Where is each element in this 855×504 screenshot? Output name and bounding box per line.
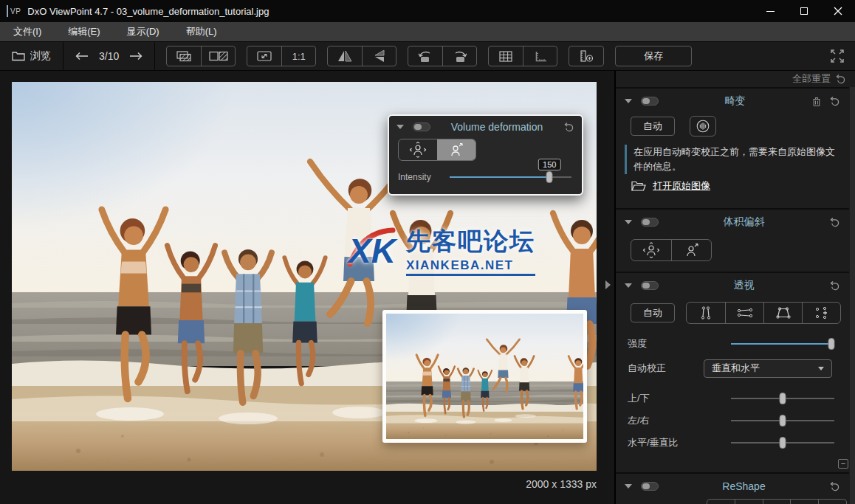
- deformation-spherical-button[interactable]: [399, 139, 437, 160]
- chevron-down-icon[interactable]: [625, 283, 632, 288]
- reshape-toggle[interactable]: [641, 482, 659, 491]
- minimize-button[interactable]: [753, 0, 787, 22]
- up-down-slider[interactable]: [731, 393, 834, 404]
- auto-label: 自动: [643, 120, 662, 133]
- rotate-right-button[interactable]: [442, 46, 476, 66]
- volume-toggle[interactable]: [641, 218, 659, 227]
- compare-split-button[interactable]: [201, 46, 235, 66]
- flip-horizontal-icon: [337, 50, 352, 62]
- reset-icon[interactable]: [829, 217, 840, 227]
- reshape-mode-button[interactable]: [790, 500, 818, 504]
- reshape-panel: ReShape: [616, 472, 849, 504]
- deformation-diagonal-button[interactable]: [437, 139, 475, 160]
- app-logo-text: VP: [10, 7, 21, 15]
- compare-overlay-button[interactable]: [167, 46, 201, 66]
- reshape-mode-button[interactable]: [707, 500, 735, 504]
- flip-vertical-button[interactable]: [362, 46, 396, 66]
- menu-help[interactable]: 帮助(L): [186, 25, 217, 38]
- eight-points-button[interactable]: [802, 303, 840, 323]
- force-vertical-parallels-button[interactable]: [687, 303, 725, 323]
- chevron-down-icon[interactable]: [625, 99, 632, 103]
- perspective-title: 透视: [659, 279, 829, 292]
- watermark-logo: XK: [346, 224, 402, 276]
- slider-thumb[interactable]: [780, 437, 786, 449]
- chevron-down-icon[interactable]: [625, 484, 632, 489]
- trash-icon[interactable]: [811, 96, 822, 107]
- open-original-row: 打开原始图像: [616, 179, 849, 193]
- image-position-label: 3/10: [99, 50, 119, 62]
- zoom-group: 1:1: [247, 46, 316, 66]
- left-right-slider[interactable]: [731, 415, 834, 427]
- reset-icon[interactable]: [829, 280, 840, 291]
- open-original-link[interactable]: 打开原始图像: [653, 179, 710, 193]
- volume-deformation-floating-panel: Volume deformation Intensity 150: [388, 114, 583, 196]
- add-ruler-button[interactable]: [569, 46, 603, 66]
- menu-view[interactable]: 显示(D): [127, 25, 159, 38]
- reset-all-label[interactable]: 全部重置: [792, 72, 831, 86]
- slider-thumb[interactable]: [780, 415, 786, 427]
- slider-thumb[interactable]: [780, 393, 786, 404]
- ruler-button[interactable]: [523, 46, 557, 66]
- panel-toggle[interactable]: [413, 122, 430, 131]
- rotate-group: [408, 46, 477, 66]
- fullscreen-button[interactable]: [829, 48, 845, 64]
- save-button[interactable]: 保存: [615, 46, 692, 66]
- flip-group: [327, 46, 396, 66]
- next-image-arrow-icon[interactable]: [129, 52, 142, 61]
- inset-photo-svg: [386, 314, 583, 439]
- hv-ratio-slider[interactable]: [731, 437, 834, 449]
- distortion-manual-button[interactable]: [690, 116, 716, 137]
- menu-edit[interactable]: 编辑(E): [68, 25, 100, 38]
- auto-correct-dropdown[interactable]: 垂直和水平: [704, 359, 832, 378]
- add-ruler-icon: [579, 50, 594, 62]
- sidebar-scrollbar[interactable]: [850, 87, 855, 504]
- maximize-button[interactable]: [787, 0, 821, 22]
- zoom-1to1-button[interactable]: 1:1: [281, 46, 315, 66]
- chevron-down-icon[interactable]: [396, 125, 404, 129]
- volume-spherical-button[interactable]: [631, 240, 671, 260]
- fullscreen-icon: [829, 48, 845, 64]
- slider-thumb[interactable]: [546, 171, 553, 183]
- sidebar-collapse-arrow[interactable]: [605, 280, 611, 289]
- grid-button[interactable]: [489, 46, 523, 66]
- floating-panel-title: Volume deformation: [430, 121, 563, 133]
- strength-slider[interactable]: [731, 338, 834, 350]
- reset-all-row: 全部重置: [616, 72, 846, 86]
- close-icon: [834, 7, 842, 15]
- flip-horizontal-button[interactable]: [328, 46, 362, 66]
- force-horizontal-parallels-button[interactable]: [725, 303, 763, 323]
- scrollbar-collapse-button[interactable]: −: [838, 459, 848, 469]
- app-window: VP DxO ViewPoint 4.7 - 03_volume_deforma…: [0, 0, 855, 504]
- browse-button[interactable]: 浏览: [0, 42, 63, 70]
- corrections-sidebar: 全部重置 畸变 自动 在应用自动畸变校正之前，需要来自原始图像文件的信息。: [614, 71, 855, 504]
- fit-screen-button[interactable]: [247, 46, 281, 66]
- reset-icon[interactable]: [563, 122, 574, 132]
- reshape-mode-button[interactable]: [735, 500, 763, 504]
- reset-all-icon[interactable]: [835, 74, 846, 84]
- image-dimensions-label: 2000 x 1333 px: [526, 478, 597, 490]
- reshape-mode-button[interactable]: [763, 500, 791, 504]
- image-viewer: XK 先客吧论坛 XIANKEBA.NET Volume deformation: [0, 71, 614, 504]
- menu-file[interactable]: 文件(I): [13, 25, 41, 38]
- perspective-auto-button[interactable]: 自动: [631, 303, 675, 322]
- chevron-down-icon[interactable]: [625, 220, 632, 224]
- title-bar: VP DxO ViewPoint 4.7 - 03_volume_deforma…: [0, 0, 855, 22]
- distortion-info-text: 在应用自动畸变校正之前，需要来自原始图像文件的信息。: [625, 145, 839, 174]
- reset-icon[interactable]: [829, 96, 840, 106]
- perspective-toggle[interactable]: [641, 281, 659, 290]
- reset-icon[interactable]: [829, 481, 840, 491]
- chevron-down-icon: [818, 367, 824, 370]
- force-rectangle-button[interactable]: [763, 303, 802, 323]
- horizontal-parallels-icon: [737, 306, 753, 320]
- prev-image-arrow-icon[interactable]: [75, 52, 89, 61]
- slider-thumb[interactable]: [828, 338, 834, 350]
- reshape-mode-button[interactable]: [818, 500, 846, 504]
- volume-diagonal-button[interactable]: [671, 240, 711, 260]
- intensity-slider[interactable]: 150: [450, 171, 571, 183]
- app-logo: VP: [7, 5, 21, 17]
- close-button[interactable]: [821, 0, 855, 22]
- distortion-toggle[interactable]: [641, 97, 659, 106]
- distortion-auto-button[interactable]: 自动: [631, 117, 675, 136]
- watermark: XK 先客吧论坛 XIANKEBA.NET: [346, 224, 535, 276]
- rotate-left-button[interactable]: [408, 46, 442, 66]
